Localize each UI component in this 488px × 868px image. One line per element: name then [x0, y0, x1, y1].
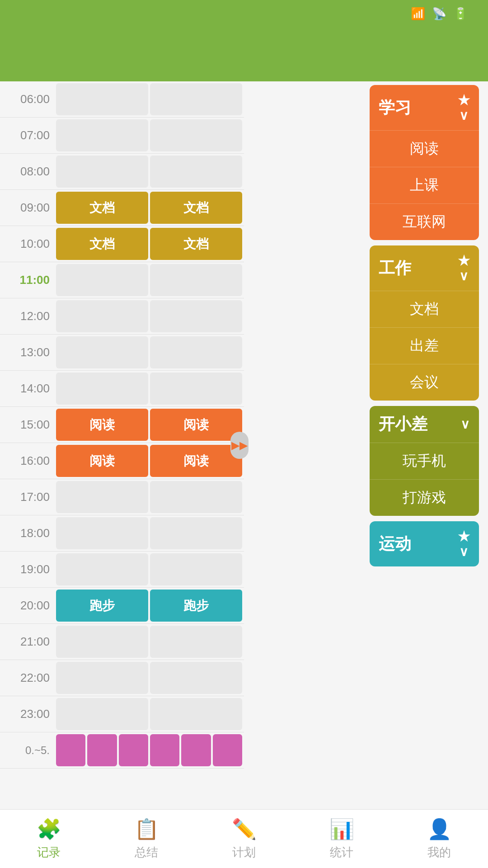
time-row[interactable]: 15:00阅读阅读 — [0, 407, 244, 443]
nav-item-summary[interactable]: 📋总结 — [98, 817, 195, 860]
time-row[interactable]: 07:00 — [0, 118, 244, 154]
time-row[interactable]: 13:00 — [0, 335, 244, 371]
nav-item-plan[interactable]: ✏️计划 — [195, 817, 293, 860]
category-panel-slack[interactable]: 开小差∨玩手机打游戏 — [370, 406, 479, 516]
time-slot[interactable] — [56, 662, 148, 694]
category-panel-study[interactable]: 学习★∨阅读上课互联网 — [370, 85, 479, 240]
time-slot[interactable]: 文档 — [150, 192, 242, 224]
nav-item-record[interactable]: 🧩记录 — [0, 817, 98, 860]
mini-slot[interactable] — [87, 734, 117, 766]
time-slot[interactable]: 阅读 — [150, 409, 242, 441]
time-row[interactable]: 12:00 — [0, 298, 244, 335]
time-slot[interactable] — [150, 517, 242, 549]
time-label: 09:00 — [0, 190, 54, 226]
time-slots: 阅读阅读 — [54, 407, 244, 443]
time-slot[interactable] — [56, 156, 148, 188]
time-row[interactable]: 08:00 — [0, 154, 244, 190]
time-slot[interactable]: 阅读 — [150, 445, 242, 477]
time-row[interactable]: 18:00 — [0, 515, 244, 552]
time-slot[interactable] — [150, 119, 242, 151]
time-slot[interactable]: 文档 — [56, 228, 148, 260]
time-row[interactable]: 06:00 — [0, 81, 244, 118]
time-slot[interactable]: 跑步 — [150, 590, 242, 622]
time-slots — [54, 118, 244, 153]
panel-item[interactable]: 上课 — [370, 167, 479, 203]
panel-items: 文档出差会议 — [370, 291, 479, 401]
mini-slot[interactable] — [119, 734, 148, 766]
category-panel-exercise[interactable]: 运动★∨ — [370, 521, 479, 566]
record-icon: 🧩 — [37, 817, 61, 841]
time-slot[interactable]: 文档 — [56, 192, 148, 224]
time-slot[interactable] — [150, 698, 242, 730]
time-slot[interactable] — [150, 336, 242, 368]
time-slot[interactable] — [150, 626, 242, 658]
time-slot[interactable] — [56, 119, 148, 151]
mini-slot[interactable] — [213, 734, 242, 766]
chevron-down-icon[interactable]: ∨ — [460, 417, 470, 432]
time-slot[interactable] — [56, 300, 148, 332]
time-slot[interactable] — [56, 373, 148, 405]
time-label: 18:00 — [0, 515, 54, 551]
time-slot[interactable] — [150, 553, 242, 585]
profile-label: 我的 — [427, 844, 451, 860]
main-content: 06:0007:0008:0009:00文档文档10:00文档文档11:0012… — [0, 81, 488, 809]
panel-item[interactable]: 文档 — [370, 291, 479, 327]
time-slot[interactable]: 阅读 — [56, 445, 148, 477]
panel-item[interactable]: 出差 — [370, 327, 479, 364]
time-slot[interactable]: 文档 — [150, 228, 242, 260]
panel-header: 工作★∨ — [370, 245, 479, 291]
time-slot[interactable] — [150, 373, 242, 405]
time-slot[interactable] — [56, 264, 148, 296]
time-slot[interactable]: 跑步 — [56, 590, 148, 622]
wifi-icon: 📶 — [411, 7, 425, 21]
chevron-down-icon[interactable]: ∨ — [459, 544, 469, 559]
time-row[interactable]: 19:00 — [0, 552, 244, 588]
time-row[interactable]: 21:00 — [0, 624, 244, 660]
nav-item-stats[interactable]: 📊统计 — [293, 817, 390, 860]
time-slots — [54, 696, 244, 732]
time-row[interactable]: 20:00跑步跑步 — [0, 588, 244, 624]
time-slot[interactable] — [150, 481, 242, 513]
panel-item[interactable]: 打游戏 — [370, 479, 479, 516]
time-slot[interactable] — [150, 264, 242, 296]
time-slot[interactable] — [150, 83, 242, 115]
time-slot[interactable]: 阅读 — [56, 409, 148, 441]
mini-slot[interactable] — [150, 734, 179, 766]
time-row[interactable]: 14:00 — [0, 371, 244, 407]
time-label: 08:00 — [0, 154, 54, 189]
signal-icon: 📡 — [432, 7, 446, 21]
time-row[interactable]: 23:00 — [0, 696, 244, 732]
time-row[interactable]: 16:00阅读阅读 — [0, 443, 244, 479]
time-slot[interactable] — [56, 553, 148, 585]
nav-item-profile[interactable]: 👤我的 — [390, 817, 488, 860]
time-slots: 阅读阅读 — [54, 443, 244, 479]
time-row[interactable]: 22:00 — [0, 660, 244, 696]
mini-slot[interactable] — [181, 734, 211, 766]
bottom-nav: 🧩记录📋总结✏️计划📊统计👤我的 — [0, 809, 488, 868]
time-slot[interactable] — [150, 300, 242, 332]
time-slot[interactable] — [56, 83, 148, 115]
time-slot[interactable] — [56, 481, 148, 513]
time-slot[interactable] — [56, 698, 148, 730]
time-row[interactable]: 11:00 — [0, 262, 244, 298]
time-slot[interactable] — [150, 662, 242, 694]
time-row[interactable]: 10:00文档文档 — [0, 226, 244, 262]
stats-icon: 📊 — [329, 817, 354, 841]
category-panel-work[interactable]: 工作★∨文档出差会议 — [370, 245, 479, 401]
panel-item[interactable]: 玩手机 — [370, 443, 479, 479]
panel-item[interactable]: 互联网 — [370, 203, 479, 240]
time-label: 22:00 — [0, 660, 54, 696]
forward-button[interactable]: ▶▶ — [230, 432, 249, 459]
time-slot[interactable] — [56, 517, 148, 549]
panel-item[interactable]: 会议 — [370, 364, 479, 401]
panel-item[interactable]: 阅读 — [370, 130, 479, 167]
time-slot[interactable] — [150, 156, 242, 188]
chevron-down-icon[interactable]: ∨ — [459, 108, 469, 123]
time-label: 19:00 — [0, 552, 54, 587]
chevron-down-icon[interactable]: ∨ — [459, 269, 469, 283]
time-row[interactable]: 09:00文档文档 — [0, 190, 244, 226]
time-row[interactable]: 17:00 — [0, 479, 244, 515]
mini-slot[interactable] — [56, 734, 85, 766]
time-slot[interactable] — [56, 336, 148, 368]
time-slot[interactable] — [56, 626, 148, 658]
